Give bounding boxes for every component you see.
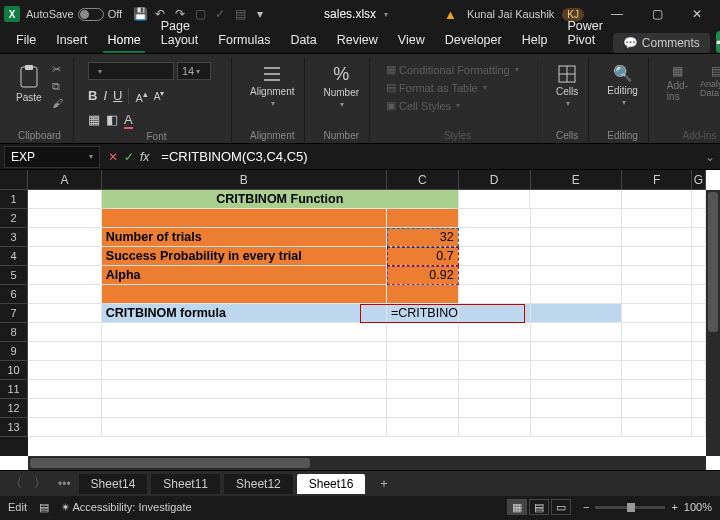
col-header-A[interactable]: A xyxy=(28,170,102,190)
font-color-icon[interactable]: A xyxy=(124,112,133,129)
cell[interactable] xyxy=(28,266,102,285)
cell[interactable] xyxy=(531,228,623,247)
sheet-tab-active[interactable]: Sheet16 xyxy=(297,474,366,494)
cell[interactable] xyxy=(102,209,387,228)
cell[interactable] xyxy=(531,304,623,323)
row-header-2[interactable]: 2 xyxy=(0,209,28,228)
label-alpha[interactable]: Alpha xyxy=(102,266,387,285)
menu-view[interactable]: View xyxy=(388,29,435,53)
decrease-font-icon[interactable]: A▾ xyxy=(154,88,165,104)
cell[interactable] xyxy=(387,342,459,361)
cell[interactable] xyxy=(28,380,102,399)
cell[interactable] xyxy=(28,209,102,228)
title-cell[interactable]: CRITBINOM Function xyxy=(102,190,459,209)
cell[interactable] xyxy=(459,266,531,285)
formula-bar[interactable]: =CRITBINOM(C3,C4,C5) xyxy=(157,149,700,164)
cell[interactable] xyxy=(692,418,706,437)
cell[interactable] xyxy=(28,361,102,380)
cell[interactable] xyxy=(459,361,531,380)
border-icon[interactable]: ▦ xyxy=(88,112,100,129)
cell[interactable] xyxy=(28,342,102,361)
cell[interactable] xyxy=(692,285,706,304)
cell[interactable] xyxy=(692,190,706,209)
zoom-out-icon[interactable]: − xyxy=(583,501,589,513)
cell[interactable] xyxy=(692,380,706,399)
row-header-13[interactable]: 13 xyxy=(0,418,28,437)
row-header-8[interactable]: 8 xyxy=(0,323,28,342)
cell[interactable] xyxy=(692,209,706,228)
sheet-tab[interactable]: Sheet14 xyxy=(79,474,148,494)
cell[interactable] xyxy=(459,323,531,342)
paste-button[interactable]: Paste xyxy=(12,62,46,105)
row-header-1[interactable]: 1 xyxy=(0,190,28,209)
cell[interactable] xyxy=(531,209,623,228)
spreadsheet-grid[interactable]: ABCDEFG 12345678910111213 CRITBINOM Func… xyxy=(0,170,720,470)
col-header-B[interactable]: B xyxy=(102,170,387,190)
cell[interactable] xyxy=(531,285,623,304)
cell[interactable] xyxy=(387,380,459,399)
cell[interactable] xyxy=(387,285,459,304)
cell[interactable] xyxy=(692,323,706,342)
conditional-formatting-button[interactable]: ▦Conditional Formatting▾ xyxy=(384,62,521,77)
number-button[interactable]: % Number ▾ xyxy=(319,62,363,111)
cell[interactable] xyxy=(387,323,459,342)
row-header-6[interactable]: 6 xyxy=(0,285,28,304)
normal-view-icon[interactable]: ▦ xyxy=(507,499,527,515)
cell[interactable] xyxy=(622,304,692,323)
cell[interactable] xyxy=(102,342,387,361)
zoom-in-icon[interactable]: + xyxy=(671,501,677,513)
cell[interactable] xyxy=(531,266,623,285)
menu-page-layout[interactable]: Page Layout xyxy=(151,15,209,53)
cell[interactable] xyxy=(622,342,692,361)
cell[interactable] xyxy=(692,304,706,323)
underline-button[interactable]: U xyxy=(113,88,122,104)
cell-c7-editing[interactable]: =CRITBINOM(C3,C4,C5) xyxy=(387,304,459,323)
col-header-E[interactable]: E xyxy=(531,170,623,190)
sheet-tab[interactable]: Sheet11 xyxy=(151,474,220,494)
cell[interactable] xyxy=(692,399,706,418)
menu-data[interactable]: Data xyxy=(280,29,326,53)
page-layout-view-icon[interactable]: ▤ xyxy=(529,499,549,515)
cell[interactable] xyxy=(459,285,531,304)
cell[interactable] xyxy=(459,209,531,228)
format-as-table-button[interactable]: ▤Format as Table▾ xyxy=(384,80,489,95)
cell[interactable] xyxy=(459,342,531,361)
select-all-corner[interactable] xyxy=(0,170,28,190)
cell[interactable] xyxy=(28,190,102,209)
cells-button[interactable]: Cells▾ xyxy=(552,62,582,110)
cell[interactable] xyxy=(622,266,692,285)
zoom-control[interactable]: − + 100% xyxy=(583,501,712,513)
fx-icon[interactable]: fx xyxy=(140,150,149,164)
cell-styles-button[interactable]: ▣Cell Styles▾ xyxy=(384,98,462,113)
row-header-9[interactable]: 9 xyxy=(0,342,28,361)
confirm-formula-icon[interactable]: ✓ xyxy=(124,150,134,164)
copy-icon[interactable]: ⧉ xyxy=(50,79,65,94)
cell[interactable] xyxy=(531,399,623,418)
zoom-value[interactable]: 100% xyxy=(684,501,712,513)
cell[interactable] xyxy=(459,418,531,437)
row-header-4[interactable]: 4 xyxy=(0,247,28,266)
qat-icon[interactable]: ▤ xyxy=(232,6,248,22)
row-header-11[interactable]: 11 xyxy=(0,380,28,399)
cell[interactable] xyxy=(459,228,531,247)
cell[interactable] xyxy=(28,399,102,418)
cell[interactable] xyxy=(459,247,531,266)
cell[interactable] xyxy=(622,399,692,418)
cell[interactable] xyxy=(531,361,623,380)
alignment-button[interactable]: Alignment ▾ xyxy=(246,62,298,110)
cell[interactable] xyxy=(387,399,459,418)
cell[interactable] xyxy=(387,418,459,437)
cell[interactable] xyxy=(387,361,459,380)
cell[interactable] xyxy=(622,190,692,209)
cell[interactable] xyxy=(28,304,102,323)
cell[interactable] xyxy=(28,418,102,437)
addins-button[interactable]: ▦ Add-ins xyxy=(663,62,692,104)
filename[interactable]: sales.xlsx xyxy=(324,7,376,21)
chevron-down-icon[interactable]: ▾ xyxy=(89,152,93,161)
cell[interactable] xyxy=(459,190,531,209)
page-break-view-icon[interactable]: ▭ xyxy=(551,499,571,515)
tab-prev-icon[interactable]: 〈 xyxy=(6,475,26,492)
label-prob[interactable]: Success Probability in every trial xyxy=(102,247,387,266)
row-header-7[interactable]: 7 xyxy=(0,304,28,323)
comments-button[interactable]: 💬 Comments xyxy=(613,33,710,53)
